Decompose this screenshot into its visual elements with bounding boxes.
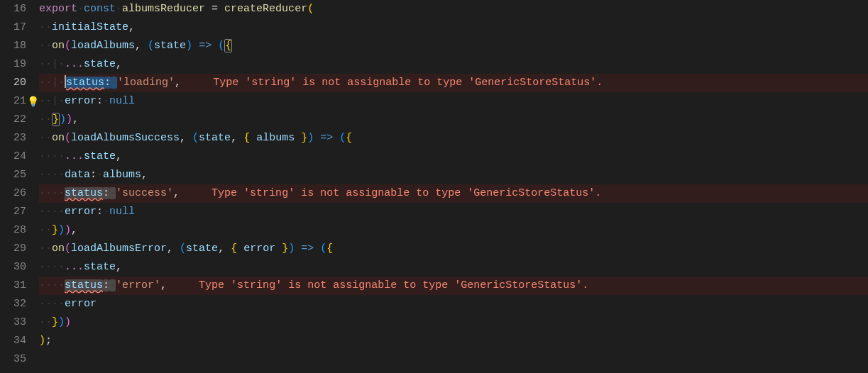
indent-guide: ···· — [39, 261, 65, 273]
operator: = — [205, 3, 224, 15]
code-line[interactable]: ··})), — [39, 221, 868, 240]
property: status — [65, 187, 103, 199]
line-number: 24 — [0, 147, 26, 166]
paren: ( — [65, 40, 71, 52]
line-number: 16 — [0, 0, 26, 18]
string-literal: 'error' — [116, 279, 160, 291]
punct: , — [71, 224, 77, 236]
punct: : — [97, 95, 103, 107]
code-line[interactable]: ····status:·'success', Type 'string' is … — [39, 184, 868, 203]
code-line[interactable] — [39, 350, 868, 369]
spread: ... — [65, 261, 84, 273]
indent-guide: ·· — [39, 132, 52, 144]
function-call: on — [52, 40, 65, 52]
property: status — [66, 77, 104, 89]
paren: ) — [66, 113, 72, 126]
identifier: state — [84, 58, 116, 70]
paren: ( — [192, 132, 199, 144]
paren: ( — [65, 243, 71, 255]
line-number: 17 — [0, 18, 26, 37]
line-number: 33 — [0, 313, 26, 332]
line-number: 21 — [0, 92, 26, 111]
indent-guide: ···· — [39, 169, 65, 181]
indent-guide: ·· — [39, 77, 52, 89]
indent-guide: ·· — [39, 95, 52, 107]
bracket-match: } — [52, 113, 60, 126]
identifier: initialState — [52, 21, 128, 33]
code-line[interactable]: ··on(loadAlbumsError, (state, { error })… — [39, 240, 868, 258]
whitespace: · — [97, 169, 103, 181]
brace: } — [275, 243, 288, 255]
whitespace: · — [103, 206, 109, 218]
whitespace: · — [58, 58, 65, 70]
code-line[interactable]: ····status:·'error', Type 'string' is no… — [39, 277, 868, 295]
indent-guide: ·· — [39, 58, 52, 70]
code-editor[interactable]: 16 17 18 19 20 21 22 23 24 25 26 27 28 2… — [0, 0, 868, 373]
identifier: state — [154, 40, 186, 52]
inline-error: Type 'string' is not assignable to type … — [199, 279, 588, 291]
code-line[interactable]: ··})), — [39, 111, 868, 129]
keyword: const — [84, 3, 116, 15]
punct: , — [116, 261, 122, 273]
function-call: createReducer — [224, 3, 307, 15]
identifier: state — [199, 132, 231, 144]
line-number: 32 — [0, 295, 26, 313]
inline-error: Type 'string' is not assignable to type … — [213, 77, 603, 89]
punct: , — [160, 279, 167, 291]
bracket-match: { — [224, 39, 232, 52]
lightbulb-icon[interactable]: 💡 — [27, 93, 39, 111]
identifier: state — [186, 243, 218, 255]
punct: , — [141, 169, 148, 181]
code-line[interactable]: ··on(loadAlbumsSuccess, (state, { albums… — [39, 129, 868, 147]
identifier: loadAlbumsError — [71, 243, 167, 255]
paren: ) — [58, 316, 65, 328]
identifier: albums — [256, 132, 295, 144]
punct: , — [173, 187, 180, 199]
code-line[interactable]: ··on(loadAlbums, (state) => ({ — [39, 37, 868, 55]
spread: ... — [65, 58, 84, 70]
line-number: 31 — [0, 277, 26, 295]
code-line[interactable]: ··|·error:·null — [39, 92, 868, 111]
null-literal: null — [109, 95, 135, 107]
arrow: => — [314, 132, 339, 144]
line-number: 19 — [0, 55, 26, 74]
paren: ) — [39, 335, 45, 347]
inline-error: Type 'string' is not assignable to type … — [211, 187, 601, 199]
keyword: export — [39, 3, 77, 15]
code-line[interactable]: ····error:·null — [39, 203, 868, 221]
punct: , — [167, 243, 180, 255]
code-line[interactable]: ····error — [39, 295, 868, 313]
code-line[interactable]: ····data:·albums, — [39, 166, 868, 184]
code-line[interactable]: ··|·status:·'loading', Type 'string' is … — [39, 74, 868, 92]
string-literal: 'success' — [116, 187, 173, 199]
paren: ( — [180, 243, 186, 255]
variable: albumsReducer — [122, 3, 205, 15]
code-line[interactable]: ····...state, — [39, 147, 868, 166]
code-line[interactable]: ····...state, — [39, 258, 868, 277]
code-line[interactable]: ··initialState, — [39, 18, 868, 37]
identifier: state — [84, 150, 116, 162]
property: error — [65, 95, 97, 107]
whitespace: · — [77, 3, 84, 15]
code-area[interactable]: export·const·albumsReducer = createReduc… — [39, 0, 868, 373]
indent-guide: ·· — [39, 21, 52, 33]
code-line[interactable]: export·const·albumsReducer = createReduc… — [39, 0, 868, 18]
whitespace: · — [111, 77, 117, 89]
punct: , — [180, 132, 192, 144]
punct: : — [90, 169, 97, 181]
line-number: 18 — [0, 37, 26, 55]
paren: ) — [186, 40, 192, 52]
code-line[interactable]: ); — [39, 332, 868, 350]
paren: ) — [60, 113, 66, 126]
arrow: => — [192, 40, 218, 52]
code-line[interactable]: ··})) — [39, 313, 868, 332]
punct: , — [218, 243, 231, 255]
whitespace: · — [58, 77, 65, 89]
paren: ( — [218, 40, 224, 52]
punct: , — [175, 77, 181, 89]
brace: } — [52, 224, 58, 236]
punct: : — [103, 279, 109, 291]
line-number: 28 — [0, 221, 26, 240]
code-line[interactable]: ··|·...state, — [39, 55, 868, 74]
indent-guide: ·· — [39, 40, 52, 52]
